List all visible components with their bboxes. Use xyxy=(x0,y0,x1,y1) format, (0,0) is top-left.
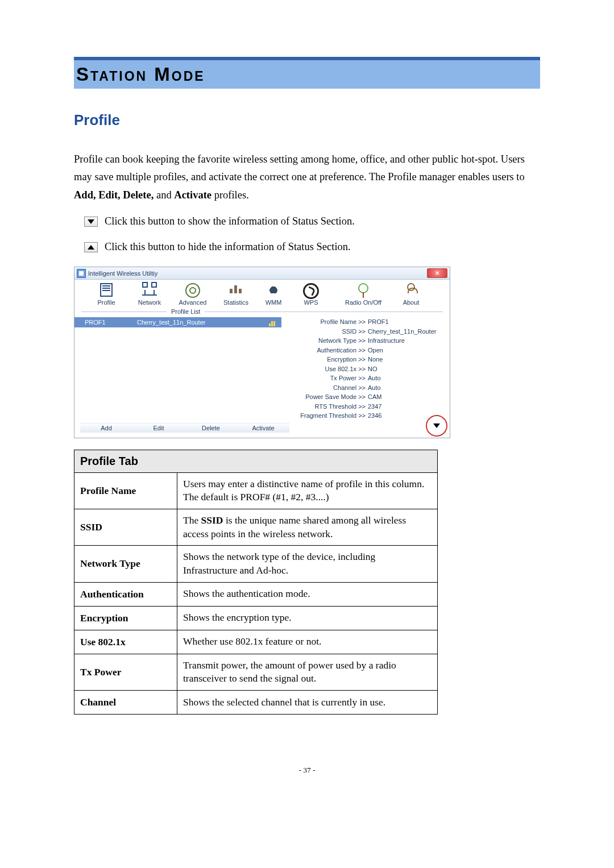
radio-icon xyxy=(358,283,368,293)
wps-icon xyxy=(303,283,319,299)
table-val: Shows the selected channel that is curre… xyxy=(177,690,438,714)
table-key: Authentication xyxy=(74,582,177,606)
table-val: Shows the authentication mode. xyxy=(177,582,438,606)
chevron-down-icon xyxy=(88,219,94,224)
table-key: SSID xyxy=(74,509,177,546)
profile-list-separator: Profile List xyxy=(74,308,450,315)
profile-tab-table: Profile Tab Profile Name Users may enter… xyxy=(74,450,438,715)
detail-key: Power Save Mode >> xyxy=(286,392,366,402)
expand-down-desc: Click this button to show the informatio… xyxy=(105,215,355,227)
detail-val: 2346 xyxy=(366,411,381,421)
table-val: The SSID is the unique name shared among… xyxy=(177,509,438,546)
app-titlebar: Intelligent Wireless Utiltiy ✕ xyxy=(74,267,450,280)
close-icon: ✕ xyxy=(435,270,439,276)
table-key: Channel xyxy=(74,690,177,714)
detail-val: NO xyxy=(366,364,377,374)
toolbar-statistics-label: Statistics xyxy=(223,299,248,306)
toolbar-advanced[interactable]: Advanced xyxy=(173,283,212,306)
detail-key: SSID >> xyxy=(286,327,366,337)
toolbar-about[interactable]: About xyxy=(396,283,426,306)
add-button[interactable]: Add xyxy=(80,423,132,433)
chevron-down-icon xyxy=(433,423,440,428)
detail-key: Authentication >> xyxy=(286,346,366,355)
toolbar-wmm-label: WMM xyxy=(265,299,282,306)
advanced-icon xyxy=(185,283,200,298)
toolbar-network[interactable]: Network xyxy=(130,283,169,306)
detail-key: Network Type >> xyxy=(286,336,366,346)
about-icon xyxy=(406,283,416,293)
profile-row-selected[interactable]: PROF1 Cherry_test_11n_Router xyxy=(74,317,281,327)
table-key: Encryption xyxy=(74,606,177,630)
edit-button[interactable]: Edit xyxy=(132,423,185,433)
table-val-bold: SSID xyxy=(201,514,223,526)
wmm-icon xyxy=(267,283,280,293)
detail-key: Tx Power >> xyxy=(286,373,366,383)
detail-val: Auto xyxy=(366,383,381,393)
detail-key: Channel >> xyxy=(286,383,366,393)
toolbar-profile[interactable]: Profile xyxy=(87,283,126,306)
intro-text-2: and xyxy=(156,189,174,201)
profile-details: Profile Name >>PROF1 SSID >>Cherry_test_… xyxy=(281,315,450,421)
detail-key: RTS Threshold >> xyxy=(286,402,366,412)
page-number: - 37 - xyxy=(74,766,540,775)
table-key: Tx Power xyxy=(74,654,177,690)
close-button[interactable]: ✕ xyxy=(427,268,447,278)
chevron-up-icon xyxy=(88,245,94,250)
table-val: Users may enter a distinctive name of pr… xyxy=(177,472,438,509)
intro-paragraph: Profile can book keeping the favorite wi… xyxy=(74,151,540,204)
collapse-up-button[interactable] xyxy=(84,242,98,252)
table-val: Transmit power, the amount of power used… xyxy=(177,654,438,690)
app-title-text: Intelligent Wireless Utiltiy xyxy=(88,270,157,277)
toolbar-advanced-label: Advanced xyxy=(179,299,207,306)
collapse-up-desc: Click this button to hide the informatio… xyxy=(105,241,351,253)
detail-key: Fragment Threshold >> xyxy=(286,411,366,421)
table-val: Whether use 802.1x feature or not. xyxy=(177,630,438,654)
toolbar-radio[interactable]: Radio On/Off xyxy=(335,283,392,306)
banner-title: Station Mode xyxy=(76,64,205,85)
app-window: Intelligent Wireless Utiltiy ✕ Profile N… xyxy=(74,267,450,438)
expand-down-button[interactable] xyxy=(84,217,98,227)
section-title: Profile xyxy=(74,111,540,129)
toolbar-wps[interactable]: WPS xyxy=(292,283,330,306)
intro-bold-2: Activate xyxy=(174,189,211,201)
intro-text-3: profiles. xyxy=(214,189,249,201)
detail-val: None xyxy=(366,355,383,364)
expand-toggle-button[interactable] xyxy=(426,415,447,437)
toolbar: Profile Network Advanced Statistics WMM … xyxy=(74,280,450,308)
detail-val: Auto xyxy=(366,373,381,383)
table-val-pre: The xyxy=(183,514,201,526)
toolbar-about-label: About xyxy=(403,299,420,306)
table-header: Profile Tab xyxy=(74,450,438,472)
activate-button[interactable]: Activate xyxy=(237,423,289,433)
delete-button[interactable]: Delete xyxy=(185,423,237,433)
action-row: Add Edit Delete Activate xyxy=(74,421,295,438)
profile-icon xyxy=(100,283,113,297)
detail-key: Encryption >> xyxy=(286,355,366,364)
toolbar-wps-label: WPS xyxy=(304,299,318,306)
detail-val: Open xyxy=(366,346,383,355)
detail-val: Cherry_test_11n_Router xyxy=(366,327,436,337)
detail-key: Profile Name >> xyxy=(286,317,366,327)
profile-list-label: Profile List xyxy=(167,308,205,315)
toolbar-network-label: Network xyxy=(138,299,161,306)
profile-list: PROF1 Cherry_test_11n_Router xyxy=(74,315,281,421)
detail-key: Use 802.1x >> xyxy=(286,364,366,374)
toolbar-statistics[interactable]: Statistics xyxy=(217,283,255,306)
table-key: Network Type xyxy=(74,546,177,582)
profile-row-name: PROF1 xyxy=(85,319,137,326)
table-val: Shows the encryption type. xyxy=(177,606,438,630)
profile-row-ssid: Cherry_test_11n_Router xyxy=(137,319,269,326)
intro-bold-1: Add, Edit, Delete, xyxy=(74,189,154,201)
detail-val: PROF1 xyxy=(366,317,389,327)
section-banner: Station Mode xyxy=(74,57,540,89)
toolbar-profile-label: Profile xyxy=(97,299,115,306)
toolbar-radio-label: Radio On/Off xyxy=(345,299,381,306)
statistics-icon xyxy=(230,283,242,293)
signal-icon xyxy=(269,318,277,326)
table-val: Shows the network type of the device, in… xyxy=(177,546,438,582)
network-icon xyxy=(142,286,157,296)
intro-text-1: Profile can book keeping the favorite wi… xyxy=(74,153,525,182)
detail-val: Infrastructure xyxy=(366,336,405,346)
toolbar-wmm[interactable]: WMM xyxy=(260,283,287,306)
detail-val: 2347 xyxy=(366,402,381,412)
